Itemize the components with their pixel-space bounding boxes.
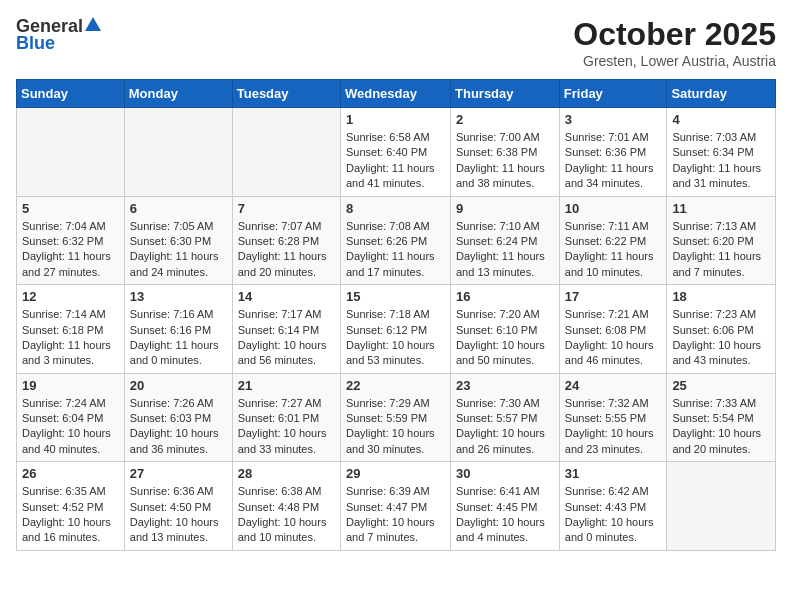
calendar-week-row: 5Sunrise: 7:04 AM Sunset: 6:32 PM Daylig… bbox=[17, 196, 776, 285]
weekday-header-wednesday: Wednesday bbox=[340, 80, 450, 108]
calendar-cell: 26Sunrise: 6:35 AM Sunset: 4:52 PM Dayli… bbox=[17, 462, 125, 551]
cell-info: Sunrise: 6:58 AM Sunset: 6:40 PM Dayligh… bbox=[346, 130, 445, 192]
day-number: 12 bbox=[22, 289, 119, 304]
calendar-cell: 29Sunrise: 6:39 AM Sunset: 4:47 PM Dayli… bbox=[340, 462, 450, 551]
cell-info: Sunrise: 7:08 AM Sunset: 6:26 PM Dayligh… bbox=[346, 219, 445, 281]
day-number: 26 bbox=[22, 466, 119, 481]
day-number: 31 bbox=[565, 466, 662, 481]
calendar-cell: 10Sunrise: 7:11 AM Sunset: 6:22 PM Dayli… bbox=[559, 196, 667, 285]
header: General Blue October 2025 Gresten, Lower… bbox=[16, 16, 776, 69]
calendar-cell: 5Sunrise: 7:04 AM Sunset: 6:32 PM Daylig… bbox=[17, 196, 125, 285]
cell-info: Sunrise: 7:16 AM Sunset: 6:16 PM Dayligh… bbox=[130, 307, 227, 369]
day-number: 30 bbox=[456, 466, 554, 481]
weekday-header-row: SundayMondayTuesdayWednesdayThursdayFrid… bbox=[17, 80, 776, 108]
cell-info: Sunrise: 7:13 AM Sunset: 6:20 PM Dayligh… bbox=[672, 219, 770, 281]
cell-info: Sunrise: 6:38 AM Sunset: 4:48 PM Dayligh… bbox=[238, 484, 335, 546]
calendar-cell: 17Sunrise: 7:21 AM Sunset: 6:08 PM Dayli… bbox=[559, 285, 667, 374]
calendar-cell: 1Sunrise: 6:58 AM Sunset: 6:40 PM Daylig… bbox=[340, 108, 450, 197]
day-number: 18 bbox=[672, 289, 770, 304]
calendar-week-row: 12Sunrise: 7:14 AM Sunset: 6:18 PM Dayli… bbox=[17, 285, 776, 374]
calendar-cell: 9Sunrise: 7:10 AM Sunset: 6:24 PM Daylig… bbox=[451, 196, 560, 285]
calendar-cell: 28Sunrise: 6:38 AM Sunset: 4:48 PM Dayli… bbox=[232, 462, 340, 551]
calendar-week-row: 26Sunrise: 6:35 AM Sunset: 4:52 PM Dayli… bbox=[17, 462, 776, 551]
cell-info: Sunrise: 7:30 AM Sunset: 5:57 PM Dayligh… bbox=[456, 396, 554, 458]
weekday-header-friday: Friday bbox=[559, 80, 667, 108]
calendar-cell: 22Sunrise: 7:29 AM Sunset: 5:59 PM Dayli… bbox=[340, 373, 450, 462]
calendar-week-row: 19Sunrise: 7:24 AM Sunset: 6:04 PM Dayli… bbox=[17, 373, 776, 462]
location-subtitle: Gresten, Lower Austria, Austria bbox=[573, 53, 776, 69]
weekday-header-saturday: Saturday bbox=[667, 80, 776, 108]
calendar-cell: 20Sunrise: 7:26 AM Sunset: 6:03 PM Dayli… bbox=[124, 373, 232, 462]
cell-info: Sunrise: 6:41 AM Sunset: 4:45 PM Dayligh… bbox=[456, 484, 554, 546]
day-number: 11 bbox=[672, 201, 770, 216]
day-number: 21 bbox=[238, 378, 335, 393]
day-number: 4 bbox=[672, 112, 770, 127]
cell-info: Sunrise: 7:11 AM Sunset: 6:22 PM Dayligh… bbox=[565, 219, 662, 281]
calendar-cell: 31Sunrise: 6:42 AM Sunset: 4:43 PM Dayli… bbox=[559, 462, 667, 551]
cell-info: Sunrise: 7:00 AM Sunset: 6:38 PM Dayligh… bbox=[456, 130, 554, 192]
day-number: 22 bbox=[346, 378, 445, 393]
calendar-cell: 12Sunrise: 7:14 AM Sunset: 6:18 PM Dayli… bbox=[17, 285, 125, 374]
calendar-cell bbox=[17, 108, 125, 197]
cell-info: Sunrise: 7:20 AM Sunset: 6:10 PM Dayligh… bbox=[456, 307, 554, 369]
calendar-cell: 25Sunrise: 7:33 AM Sunset: 5:54 PM Dayli… bbox=[667, 373, 776, 462]
day-number: 20 bbox=[130, 378, 227, 393]
day-number: 5 bbox=[22, 201, 119, 216]
cell-info: Sunrise: 7:04 AM Sunset: 6:32 PM Dayligh… bbox=[22, 219, 119, 281]
cell-info: Sunrise: 6:35 AM Sunset: 4:52 PM Dayligh… bbox=[22, 484, 119, 546]
calendar-cell: 21Sunrise: 7:27 AM Sunset: 6:01 PM Dayli… bbox=[232, 373, 340, 462]
day-number: 27 bbox=[130, 466, 227, 481]
calendar-cell: 24Sunrise: 7:32 AM Sunset: 5:55 PM Dayli… bbox=[559, 373, 667, 462]
cell-info: Sunrise: 7:17 AM Sunset: 6:14 PM Dayligh… bbox=[238, 307, 335, 369]
calendar-cell: 23Sunrise: 7:30 AM Sunset: 5:57 PM Dayli… bbox=[451, 373, 560, 462]
cell-info: Sunrise: 6:36 AM Sunset: 4:50 PM Dayligh… bbox=[130, 484, 227, 546]
calendar-cell: 11Sunrise: 7:13 AM Sunset: 6:20 PM Dayli… bbox=[667, 196, 776, 285]
cell-info: Sunrise: 7:07 AM Sunset: 6:28 PM Dayligh… bbox=[238, 219, 335, 281]
day-number: 3 bbox=[565, 112, 662, 127]
logo-blue-text: Blue bbox=[16, 33, 55, 54]
weekday-header-monday: Monday bbox=[124, 80, 232, 108]
logo-flag-icon bbox=[85, 17, 101, 35]
calendar-cell: 19Sunrise: 7:24 AM Sunset: 6:04 PM Dayli… bbox=[17, 373, 125, 462]
day-number: 19 bbox=[22, 378, 119, 393]
calendar-cell: 15Sunrise: 7:18 AM Sunset: 6:12 PM Dayli… bbox=[340, 285, 450, 374]
cell-info: Sunrise: 7:27 AM Sunset: 6:01 PM Dayligh… bbox=[238, 396, 335, 458]
day-number: 6 bbox=[130, 201, 227, 216]
calendar-table: SundayMondayTuesdayWednesdayThursdayFrid… bbox=[16, 79, 776, 551]
cell-info: Sunrise: 7:24 AM Sunset: 6:04 PM Dayligh… bbox=[22, 396, 119, 458]
cell-info: Sunrise: 7:10 AM Sunset: 6:24 PM Dayligh… bbox=[456, 219, 554, 281]
calendar-cell: 3Sunrise: 7:01 AM Sunset: 6:36 PM Daylig… bbox=[559, 108, 667, 197]
svg-marker-0 bbox=[85, 17, 101, 31]
calendar-cell: 18Sunrise: 7:23 AM Sunset: 6:06 PM Dayli… bbox=[667, 285, 776, 374]
calendar-cell: 4Sunrise: 7:03 AM Sunset: 6:34 PM Daylig… bbox=[667, 108, 776, 197]
day-number: 25 bbox=[672, 378, 770, 393]
cell-info: Sunrise: 7:26 AM Sunset: 6:03 PM Dayligh… bbox=[130, 396, 227, 458]
calendar-cell: 14Sunrise: 7:17 AM Sunset: 6:14 PM Dayli… bbox=[232, 285, 340, 374]
title-area: October 2025 Gresten, Lower Austria, Aus… bbox=[573, 16, 776, 69]
calendar-cell: 13Sunrise: 7:16 AM Sunset: 6:16 PM Dayli… bbox=[124, 285, 232, 374]
cell-info: Sunrise: 7:21 AM Sunset: 6:08 PM Dayligh… bbox=[565, 307, 662, 369]
calendar-cell: 30Sunrise: 6:41 AM Sunset: 4:45 PM Dayli… bbox=[451, 462, 560, 551]
calendar-cell bbox=[232, 108, 340, 197]
day-number: 16 bbox=[456, 289, 554, 304]
weekday-header-tuesday: Tuesday bbox=[232, 80, 340, 108]
day-number: 14 bbox=[238, 289, 335, 304]
day-number: 29 bbox=[346, 466, 445, 481]
day-number: 10 bbox=[565, 201, 662, 216]
cell-info: Sunrise: 7:05 AM Sunset: 6:30 PM Dayligh… bbox=[130, 219, 227, 281]
day-number: 17 bbox=[565, 289, 662, 304]
cell-info: Sunrise: 7:32 AM Sunset: 5:55 PM Dayligh… bbox=[565, 396, 662, 458]
day-number: 23 bbox=[456, 378, 554, 393]
day-number: 8 bbox=[346, 201, 445, 216]
day-number: 1 bbox=[346, 112, 445, 127]
cell-info: Sunrise: 6:39 AM Sunset: 4:47 PM Dayligh… bbox=[346, 484, 445, 546]
calendar-cell: 16Sunrise: 7:20 AM Sunset: 6:10 PM Dayli… bbox=[451, 285, 560, 374]
calendar-cell: 8Sunrise: 7:08 AM Sunset: 6:26 PM Daylig… bbox=[340, 196, 450, 285]
calendar-week-row: 1Sunrise: 6:58 AM Sunset: 6:40 PM Daylig… bbox=[17, 108, 776, 197]
day-number: 28 bbox=[238, 466, 335, 481]
calendar-cell: 27Sunrise: 6:36 AM Sunset: 4:50 PM Dayli… bbox=[124, 462, 232, 551]
day-number: 2 bbox=[456, 112, 554, 127]
cell-info: Sunrise: 7:23 AM Sunset: 6:06 PM Dayligh… bbox=[672, 307, 770, 369]
calendar-cell bbox=[667, 462, 776, 551]
day-number: 9 bbox=[456, 201, 554, 216]
